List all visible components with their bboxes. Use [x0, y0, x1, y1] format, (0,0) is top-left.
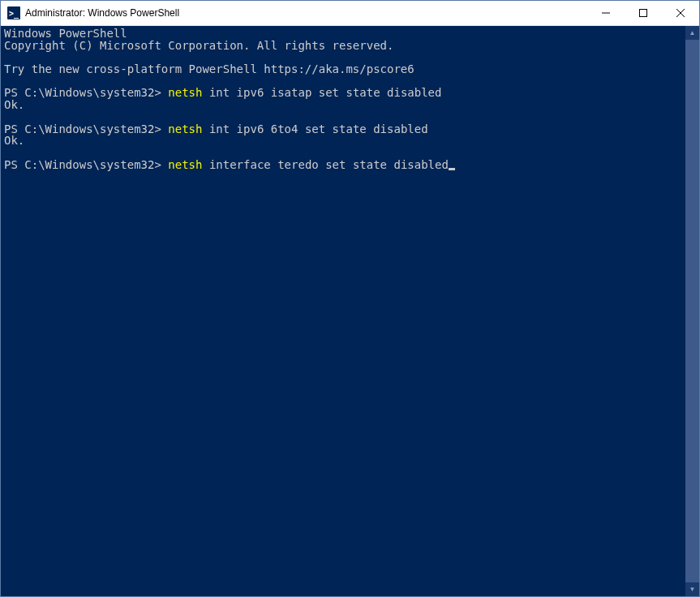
ps-glyph: >_ — [9, 9, 19, 18]
ok-1: Ok. — [4, 98, 24, 111]
ps-header-1: Windows PowerShell — [4, 27, 127, 40]
window-title: Administrator: Windows PowerShell — [25, 7, 587, 19]
minimize-button[interactable] — [587, 1, 625, 25]
scroll-down-arrow-icon[interactable]: ▼ — [685, 582, 699, 596]
svg-rect-1 — [640, 10, 647, 17]
prompt-3: PS C:\Windows\system32> — [4, 158, 168, 171]
cmd2-rest: int ipv6 6to4 set state disabled — [202, 122, 427, 135]
window-controls — [587, 1, 699, 25]
cmd1-netsh: netsh — [168, 86, 202, 99]
cmd2-netsh: netsh — [168, 122, 202, 135]
terminal[interactable]: Windows PowerShell Copyright (C) Microso… — [1, 26, 685, 596]
vertical-scrollbar[interactable]: ▲ ▼ — [685, 26, 699, 596]
scroll-up-arrow-icon[interactable]: ▲ — [685, 26, 699, 40]
maximize-button[interactable] — [625, 1, 662, 25]
terminal-area: Windows PowerShell Copyright (C) Microso… — [1, 26, 699, 596]
titlebar[interactable]: >_ Administrator: Windows PowerShell — [1, 1, 699, 26]
ok-2: Ok. — [4, 134, 24, 147]
powershell-icon: >_ — [7, 6, 20, 19]
cmd3-netsh: netsh — [168, 158, 202, 171]
cursor — [449, 168, 455, 170]
prompt-2: PS C:\Windows\system32> — [4, 122, 168, 135]
prompt-1: PS C:\Windows\system32> — [4, 86, 168, 99]
close-button[interactable] — [662, 1, 699, 25]
ps-header-2: Copyright (C) Microsoft Corporation. All… — [4, 39, 393, 52]
ps-try-msg: Try the new cross-platform PowerShell ht… — [4, 62, 414, 75]
cmd1-rest: int ipv6 isatap set state disabled — [202, 86, 441, 99]
cmd3-rest: interface teredo set state disabled — [202, 158, 448, 171]
scrollbar-thumb[interactable] — [685, 40, 699, 582]
